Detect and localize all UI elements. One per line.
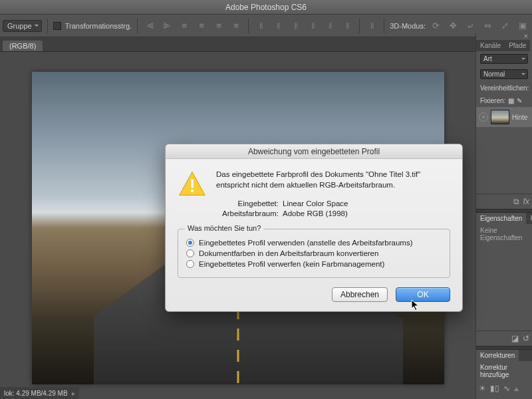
dialog-message: Das eingebettete Farbprofil des Dokument…: [216, 170, 450, 190]
radio-icon[interactable]: [186, 260, 194, 268]
workspace-value: Adobe RGB (1998): [283, 209, 348, 217]
properties-empty-text: Keine Eigenschaften: [480, 227, 528, 241]
transform-label: Transformationsstrg.: [65, 22, 132, 30]
layer-row-background[interactable]: Hinte: [476, 107, 532, 127]
radio-label: Eingebettetes Profil verwenden (anstelle…: [199, 239, 413, 247]
radio-discard[interactable]: Eingebettetes Profil verwerfen (kein Far…: [186, 260, 442, 268]
distribute-icon[interactable]: ⦀: [306, 19, 319, 33]
curves-icon[interactable]: ∿: [503, 384, 510, 393]
status-chevron-icon[interactable]: ▸: [72, 390, 75, 397]
mode3d-label: 3D-Modus:: [390, 22, 426, 30]
visibility-eye-icon[interactable]: [479, 112, 488, 122]
dialog-title-text: Abweichung vom eingebetteten Profil: [248, 147, 380, 156]
rotate-icon[interactable]: ⤾: [464, 19, 477, 33]
orbit-icon[interactable]: ⟳: [430, 19, 443, 33]
group-dropdown[interactable]: Gruppe: [3, 20, 42, 32]
radio-label: Dokumentfarben in den Arbeitsfarbraum ko…: [199, 249, 378, 257]
adjustments-panel-tabs: Korrekturen: [476, 350, 532, 361]
clip-icon[interactable]: ◪: [511, 334, 519, 343]
tab-adjustments[interactable]: Korrekturen: [476, 350, 519, 361]
app-titlebar: Adobe Photoshop CS6: [0, 0, 532, 15]
app-title: Adobe Photoshop CS6: [225, 3, 307, 12]
tab-pro[interactable]: Pro: [526, 213, 532, 224]
right-panels: × Kanäle Pfade Eb Art Normal Vereinheitl…: [475, 33, 532, 399]
document-tabbar: (RGB/8): [0, 37, 532, 52]
radio-icon[interactable]: [186, 239, 194, 247]
distribute-icon[interactable]: ⦀: [323, 19, 336, 33]
layer-name: Hinte: [512, 114, 527, 121]
dialog-titlebar: Abweichung vom eingebetteten Profil: [166, 144, 462, 159]
tab-paths[interactable]: Pfade: [505, 40, 530, 51]
fx-icon[interactable]: fx: [523, 197, 529, 206]
separator: [47, 19, 48, 33]
radio-use-embedded[interactable]: Eingebettetes Profil verwenden (anstelle…: [186, 239, 442, 247]
reset-icon[interactable]: ↺: [523, 334, 529, 343]
lock-pixels-icon[interactable]: ▦: [508, 97, 514, 104]
warning-triangle-icon: [178, 170, 207, 199]
separator: [248, 19, 249, 33]
radio-label: Eingebettetes Profil verwerfen (kein Far…: [199, 260, 384, 268]
status-text: lok: 4.29 MB/4.29 MB: [4, 390, 68, 397]
panel-close-strip: ×: [476, 33, 532, 40]
unify-label: Vereinheitlichen:: [480, 84, 529, 92]
embedded-key: Eingebettet:: [216, 200, 283, 207]
separator: [137, 19, 138, 33]
exposure-icon[interactable]: ⟁: [514, 384, 519, 393]
align-center-v-icon[interactable]: ≡: [212, 19, 225, 33]
align-bottom-icon[interactable]: ≡: [229, 19, 243, 33]
tab-properties[interactable]: Eigenschaften: [476, 213, 526, 224]
link-layers-icon[interactable]: ⧉: [513, 197, 519, 206]
radio-icon[interactable]: [186, 249, 194, 257]
scale-icon[interactable]: ⤢: [499, 19, 512, 33]
close-icon[interactable]: ×: [524, 32, 528, 40]
cancel-button[interactable]: Abbrechen: [332, 287, 388, 302]
distribute-icon[interactable]: ⦀: [289, 19, 302, 33]
adjust-add-label: Korrektur hinzufüge: [480, 364, 528, 378]
distribute-v-icon[interactable]: ⦀: [271, 19, 285, 33]
distribute-icon[interactable]: ⦀: [340, 19, 354, 33]
embedded-value: Linear Color Space: [283, 200, 348, 207]
status-bar: lok: 4.29 MB/4.29 MB ▸: [0, 387, 79, 399]
align-right-icon[interactable]: ≡: [178, 19, 191, 33]
layers-panel-tabs: Kanäle Pfade Eb: [476, 40, 532, 51]
ok-button[interactable]: OK: [396, 287, 450, 302]
tab-channels[interactable]: Kanäle: [476, 40, 505, 51]
layer-kind-dropdown[interactable]: Art: [480, 54, 528, 64]
workspace-key: Arbeitsfarbraum:: [216, 209, 283, 217]
action-fieldset: Was möchten Sie tun? Eingebettetes Profi…: [178, 229, 450, 278]
fieldset-legend: Was möchten Sie tun?: [185, 224, 263, 232]
document-tab[interactable]: (RGB/8): [3, 41, 43, 51]
distribute-h-icon[interactable]: ⦀: [254, 19, 267, 33]
align-left-icon[interactable]: ⫷: [143, 19, 156, 33]
options-bar: Gruppe Transformationsstrg. ⫷ ⫸ ≡ ≡ ≡ ≡ …: [0, 15, 532, 37]
brightness-icon[interactable]: ☀: [479, 384, 486, 393]
mode3d-icon[interactable]: ⦀: [365, 19, 378, 33]
svg-rect-1: [191, 190, 194, 192]
levels-icon[interactable]: ▮▯: [490, 384, 499, 393]
lock-brush-icon[interactable]: ✎: [517, 97, 522, 104]
blend-mode-dropdown[interactable]: Normal: [480, 69, 528, 79]
pan-icon[interactable]: ✥: [447, 19, 460, 33]
profile-mismatch-dialog: Abweichung vom eingebetteten Profil Das …: [165, 144, 463, 312]
layer-thumbnail: [491, 110, 509, 124]
camera-icon[interactable]: ▣: [516, 19, 529, 33]
transform-checkbox[interactable]: [53, 22, 61, 30]
radio-convert[interactable]: Dokumentfarben in den Arbeitsfarbraum ko…: [186, 249, 442, 257]
separator: [384, 19, 384, 33]
separator: [359, 19, 360, 33]
lock-label: Fixieren:: [480, 97, 505, 104]
svg-rect-0: [191, 180, 194, 188]
slide-icon[interactable]: ⇔: [481, 19, 495, 33]
properties-panel-tabs: Eigenschaften Pro: [476, 213, 532, 224]
align-top-icon[interactable]: ≡: [195, 19, 208, 33]
align-center-h-icon[interactable]: ⫸: [160, 19, 174, 33]
